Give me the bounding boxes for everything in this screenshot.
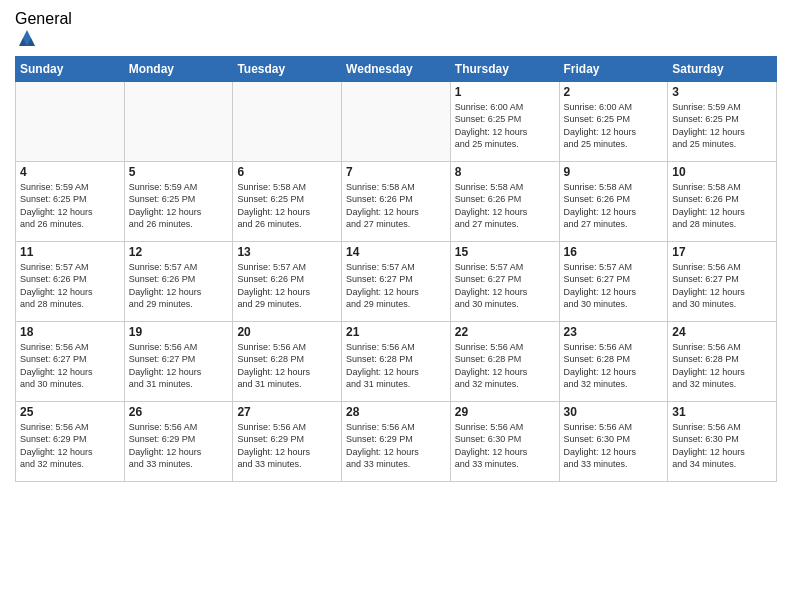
calendar-day-cell: 19Sunrise: 5:56 AM Sunset: 6:27 PM Dayli… xyxy=(124,321,233,401)
day-number: 29 xyxy=(455,405,555,419)
day-info: Sunrise: 5:56 AM Sunset: 6:30 PM Dayligh… xyxy=(455,421,555,471)
calendar-day-cell: 18Sunrise: 5:56 AM Sunset: 6:27 PM Dayli… xyxy=(16,321,125,401)
calendar-day-cell: 5Sunrise: 5:59 AM Sunset: 6:25 PM Daylig… xyxy=(124,161,233,241)
day-info: Sunrise: 5:56 AM Sunset: 6:28 PM Dayligh… xyxy=(564,341,664,391)
calendar-day-cell xyxy=(16,81,125,161)
weekday-header: Wednesday xyxy=(342,56,451,81)
day-number: 9 xyxy=(564,165,664,179)
calendar-day-cell: 11Sunrise: 5:57 AM Sunset: 6:26 PM Dayli… xyxy=(16,241,125,321)
day-info: Sunrise: 6:00 AM Sunset: 6:25 PM Dayligh… xyxy=(564,101,664,151)
calendar-day-cell: 10Sunrise: 5:58 AM Sunset: 6:26 PM Dayli… xyxy=(668,161,777,241)
day-info: Sunrise: 5:58 AM Sunset: 6:26 PM Dayligh… xyxy=(564,181,664,231)
day-number: 16 xyxy=(564,245,664,259)
day-info: Sunrise: 5:56 AM Sunset: 6:27 PM Dayligh… xyxy=(20,341,120,391)
calendar-day-cell xyxy=(124,81,233,161)
calendar-day-cell: 12Sunrise: 5:57 AM Sunset: 6:26 PM Dayli… xyxy=(124,241,233,321)
day-number: 23 xyxy=(564,325,664,339)
calendar-day-cell: 28Sunrise: 5:56 AM Sunset: 6:29 PM Dayli… xyxy=(342,401,451,481)
calendar-week-row: 25Sunrise: 5:56 AM Sunset: 6:29 PM Dayli… xyxy=(16,401,777,481)
day-number: 14 xyxy=(346,245,446,259)
calendar-day-cell: 2Sunrise: 6:00 AM Sunset: 6:25 PM Daylig… xyxy=(559,81,668,161)
weekday-header: Thursday xyxy=(450,56,559,81)
calendar-day-cell: 23Sunrise: 5:56 AM Sunset: 6:28 PM Dayli… xyxy=(559,321,668,401)
calendar-day-cell: 24Sunrise: 5:56 AM Sunset: 6:28 PM Dayli… xyxy=(668,321,777,401)
calendar-day-cell: 27Sunrise: 5:56 AM Sunset: 6:29 PM Dayli… xyxy=(233,401,342,481)
day-info: Sunrise: 5:59 AM Sunset: 6:25 PM Dayligh… xyxy=(20,181,120,231)
day-info: Sunrise: 5:58 AM Sunset: 6:26 PM Dayligh… xyxy=(672,181,772,231)
day-info: Sunrise: 5:57 AM Sunset: 6:26 PM Dayligh… xyxy=(129,261,229,311)
day-number: 1 xyxy=(455,85,555,99)
day-info: Sunrise: 5:56 AM Sunset: 6:27 PM Dayligh… xyxy=(672,261,772,311)
day-number: 3 xyxy=(672,85,772,99)
weekday-header: Friday xyxy=(559,56,668,81)
calendar-day-cell: 1Sunrise: 6:00 AM Sunset: 6:25 PM Daylig… xyxy=(450,81,559,161)
day-number: 13 xyxy=(237,245,337,259)
day-info: Sunrise: 5:56 AM Sunset: 6:28 PM Dayligh… xyxy=(346,341,446,391)
calendar-day-cell: 29Sunrise: 5:56 AM Sunset: 6:30 PM Dayli… xyxy=(450,401,559,481)
day-info: Sunrise: 5:56 AM Sunset: 6:29 PM Dayligh… xyxy=(237,421,337,471)
day-number: 11 xyxy=(20,245,120,259)
calendar-day-cell: 21Sunrise: 5:56 AM Sunset: 6:28 PM Dayli… xyxy=(342,321,451,401)
day-info: Sunrise: 5:56 AM Sunset: 6:28 PM Dayligh… xyxy=(455,341,555,391)
calendar-day-cell: 31Sunrise: 5:56 AM Sunset: 6:30 PM Dayli… xyxy=(668,401,777,481)
day-info: Sunrise: 5:58 AM Sunset: 6:25 PM Dayligh… xyxy=(237,181,337,231)
calendar-day-cell: 25Sunrise: 5:56 AM Sunset: 6:29 PM Dayli… xyxy=(16,401,125,481)
day-info: Sunrise: 5:57 AM Sunset: 6:26 PM Dayligh… xyxy=(20,261,120,311)
day-info: Sunrise: 5:56 AM Sunset: 6:28 PM Dayligh… xyxy=(237,341,337,391)
logo-text: General xyxy=(15,10,72,48)
calendar-week-row: 18Sunrise: 5:56 AM Sunset: 6:27 PM Dayli… xyxy=(16,321,777,401)
calendar-day-cell: 15Sunrise: 5:57 AM Sunset: 6:27 PM Dayli… xyxy=(450,241,559,321)
calendar-day-cell: 17Sunrise: 5:56 AM Sunset: 6:27 PM Dayli… xyxy=(668,241,777,321)
day-number: 4 xyxy=(20,165,120,179)
weekday-header: Tuesday xyxy=(233,56,342,81)
day-number: 17 xyxy=(672,245,772,259)
day-number: 5 xyxy=(129,165,229,179)
calendar-day-cell: 3Sunrise: 5:59 AM Sunset: 6:25 PM Daylig… xyxy=(668,81,777,161)
logo: General xyxy=(15,10,72,48)
calendar-day-cell: 14Sunrise: 5:57 AM Sunset: 6:27 PM Dayli… xyxy=(342,241,451,321)
page-container: General SundayMondayTuesdayWednesdayThur… xyxy=(0,0,792,612)
day-number: 19 xyxy=(129,325,229,339)
day-number: 26 xyxy=(129,405,229,419)
calendar-day-cell: 26Sunrise: 5:56 AM Sunset: 6:29 PM Dayli… xyxy=(124,401,233,481)
day-info: Sunrise: 5:56 AM Sunset: 6:29 PM Dayligh… xyxy=(20,421,120,471)
day-info: Sunrise: 5:59 AM Sunset: 6:25 PM Dayligh… xyxy=(129,181,229,231)
calendar-day-cell: 9Sunrise: 5:58 AM Sunset: 6:26 PM Daylig… xyxy=(559,161,668,241)
day-number: 30 xyxy=(564,405,664,419)
calendar-day-cell: 30Sunrise: 5:56 AM Sunset: 6:30 PM Dayli… xyxy=(559,401,668,481)
calendar-day-cell: 22Sunrise: 5:56 AM Sunset: 6:28 PM Dayli… xyxy=(450,321,559,401)
calendar-week-row: 4Sunrise: 5:59 AM Sunset: 6:25 PM Daylig… xyxy=(16,161,777,241)
logo-icon xyxy=(17,28,37,48)
calendar-day-cell: 16Sunrise: 5:57 AM Sunset: 6:27 PM Dayli… xyxy=(559,241,668,321)
day-info: Sunrise: 5:57 AM Sunset: 6:26 PM Dayligh… xyxy=(237,261,337,311)
logo-general: General xyxy=(15,10,72,28)
calendar-table: SundayMondayTuesdayWednesdayThursdayFrid… xyxy=(15,56,777,482)
page-header: General xyxy=(15,10,777,48)
day-number: 15 xyxy=(455,245,555,259)
calendar-week-row: 1Sunrise: 6:00 AM Sunset: 6:25 PM Daylig… xyxy=(16,81,777,161)
weekday-header: Sunday xyxy=(16,56,125,81)
day-number: 6 xyxy=(237,165,337,179)
day-info: Sunrise: 5:56 AM Sunset: 6:30 PM Dayligh… xyxy=(672,421,772,471)
day-info: Sunrise: 5:56 AM Sunset: 6:28 PM Dayligh… xyxy=(672,341,772,391)
day-number: 22 xyxy=(455,325,555,339)
day-number: 2 xyxy=(564,85,664,99)
day-number: 7 xyxy=(346,165,446,179)
day-number: 21 xyxy=(346,325,446,339)
day-info: Sunrise: 5:56 AM Sunset: 6:30 PM Dayligh… xyxy=(564,421,664,471)
calendar-day-cell: 13Sunrise: 5:57 AM Sunset: 6:26 PM Dayli… xyxy=(233,241,342,321)
day-info: Sunrise: 6:00 AM Sunset: 6:25 PM Dayligh… xyxy=(455,101,555,151)
day-info: Sunrise: 5:57 AM Sunset: 6:27 PM Dayligh… xyxy=(564,261,664,311)
day-info: Sunrise: 5:59 AM Sunset: 6:25 PM Dayligh… xyxy=(672,101,772,151)
calendar-day-cell xyxy=(342,81,451,161)
day-number: 28 xyxy=(346,405,446,419)
calendar-day-cell: 4Sunrise: 5:59 AM Sunset: 6:25 PM Daylig… xyxy=(16,161,125,241)
day-number: 12 xyxy=(129,245,229,259)
day-info: Sunrise: 5:58 AM Sunset: 6:26 PM Dayligh… xyxy=(455,181,555,231)
day-info: Sunrise: 5:58 AM Sunset: 6:26 PM Dayligh… xyxy=(346,181,446,231)
calendar-header-row: SundayMondayTuesdayWednesdayThursdayFrid… xyxy=(16,56,777,81)
day-number: 18 xyxy=(20,325,120,339)
day-info: Sunrise: 5:57 AM Sunset: 6:27 PM Dayligh… xyxy=(346,261,446,311)
day-number: 25 xyxy=(20,405,120,419)
calendar-day-cell: 6Sunrise: 5:58 AM Sunset: 6:25 PM Daylig… xyxy=(233,161,342,241)
